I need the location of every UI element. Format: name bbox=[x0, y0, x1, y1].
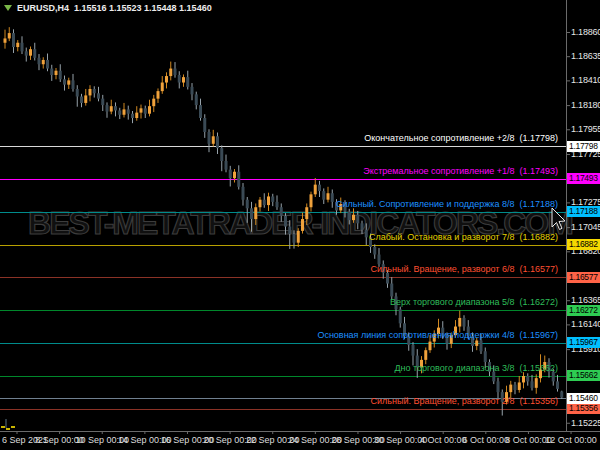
candle bbox=[352, 215, 355, 220]
candle bbox=[72, 80, 75, 89]
candle bbox=[322, 191, 325, 200]
candle bbox=[148, 106, 151, 114]
candle bbox=[93, 89, 96, 93]
chart-title-text: EURUSD,H4 1.15516 1.15523 1.15448 1.1546… bbox=[17, 3, 212, 13]
candle bbox=[429, 342, 432, 351]
candle bbox=[50, 69, 53, 75]
candle bbox=[271, 196, 274, 201]
candle bbox=[475, 341, 478, 346]
candle bbox=[552, 372, 555, 382]
price-tick-label: 1.18410 bbox=[571, 75, 600, 85]
candle bbox=[293, 234, 296, 243]
level-label-5-8: Верх торгового диапазона 5/8 (1.16272) bbox=[390, 297, 558, 307]
candle bbox=[144, 108, 147, 113]
candle bbox=[301, 219, 304, 231]
candle bbox=[29, 49, 32, 55]
candle bbox=[42, 60, 45, 64]
candle bbox=[297, 231, 300, 243]
candle bbox=[361, 223, 364, 229]
candle bbox=[33, 49, 36, 58]
candle bbox=[492, 372, 495, 382]
current-price-box: 1.15460 bbox=[567, 393, 600, 404]
candle bbox=[229, 170, 232, 179]
candle bbox=[178, 75, 181, 83]
candle bbox=[131, 114, 134, 118]
candle bbox=[152, 99, 155, 107]
candle bbox=[182, 77, 185, 82]
candle bbox=[212, 136, 215, 144]
candle bbox=[556, 381, 559, 389]
price-tick-label: 1.16140 bbox=[571, 319, 600, 329]
candle bbox=[80, 97, 83, 103]
price-box-4-8: 1.15967 bbox=[567, 337, 600, 348]
chart-status-icon bbox=[4, 5, 12, 11]
candle bbox=[509, 385, 512, 393]
candle bbox=[127, 109, 130, 113]
price-box-3-8: 1.15662 bbox=[567, 370, 600, 381]
price-box-6-8: 1.16577 bbox=[567, 272, 600, 283]
candle bbox=[89, 89, 92, 95]
candle bbox=[390, 284, 393, 297]
candle bbox=[318, 185, 321, 191]
candle bbox=[327, 193, 330, 199]
candle bbox=[399, 309, 402, 323]
candle bbox=[463, 318, 466, 327]
chart-object-marker bbox=[5, 419, 7, 428]
mouse-cursor bbox=[552, 208, 565, 230]
candle bbox=[67, 80, 70, 84]
candle bbox=[310, 194, 313, 207]
price-box-7-8: 1.16882 bbox=[567, 239, 600, 250]
level-label-8-8: Сильный. Сопротивление и поддержка 8/8 (… bbox=[336, 199, 558, 209]
candle bbox=[356, 215, 359, 224]
chart-title: EURUSD,H4 1.15516 1.15523 1.15448 1.1546… bbox=[4, 3, 212, 13]
price-box-plus-2-8: 1.17798 bbox=[567, 141, 600, 152]
candle bbox=[331, 193, 334, 202]
candle bbox=[55, 71, 58, 75]
candle bbox=[263, 200, 266, 205]
chart-object-marker-dash bbox=[1, 426, 5, 428]
candle bbox=[280, 207, 283, 216]
candle bbox=[118, 110, 121, 114]
candle bbox=[288, 227, 291, 235]
price-tick-label: 1.15225 bbox=[571, 418, 600, 428]
level-label-4-8: Основная линия сопротивления/поддержки 4… bbox=[317, 330, 558, 340]
candle bbox=[174, 69, 177, 75]
candle bbox=[169, 69, 172, 77]
mt4-chart-window: EURUSD,H4 1.15516 1.15523 1.15448 1.1546… bbox=[0, 0, 600, 450]
candle bbox=[276, 202, 279, 207]
price-tick-label: 1.18860 bbox=[571, 27, 600, 37]
candle bbox=[191, 87, 194, 95]
level-label-7-8: Слабый. Остановка и разворот 7/8 (1.1688… bbox=[369, 232, 558, 242]
candle bbox=[484, 351, 487, 362]
price-box-8-8: 1.17188 bbox=[567, 206, 600, 217]
candle bbox=[305, 207, 308, 219]
candle bbox=[233, 172, 236, 178]
candle bbox=[560, 391, 563, 397]
chart-plot-area[interactable] bbox=[0, 0, 600, 450]
candle bbox=[518, 382, 521, 390]
time-tick-label: 12 Oct 00:00 bbox=[545, 435, 597, 445]
candle bbox=[4, 38, 7, 42]
level-label-plus-2-8: Окончательное сопротивление +2/8 (1.1779… bbox=[364, 133, 558, 143]
candle bbox=[76, 89, 79, 97]
price-box-5-8: 1.16272 bbox=[567, 305, 600, 316]
price-tick-label: 1.18635 bbox=[571, 51, 600, 61]
candle bbox=[157, 91, 160, 99]
candle bbox=[135, 113, 138, 118]
candle bbox=[254, 207, 257, 219]
candle bbox=[242, 187, 245, 200]
candle bbox=[114, 106, 117, 110]
candle bbox=[237, 172, 240, 187]
candle bbox=[480, 341, 483, 352]
candle bbox=[267, 196, 270, 205]
chart-object-marker-dash bbox=[6, 428, 10, 430]
candle bbox=[25, 51, 28, 55]
candle bbox=[208, 132, 211, 144]
candle bbox=[314, 185, 317, 195]
candle bbox=[110, 106, 113, 111]
level-label-3-8: Дно торгового диапазона 3/8 (1.15662) bbox=[394, 363, 558, 373]
candle bbox=[84, 95, 87, 103]
candle bbox=[526, 376, 529, 381]
candle bbox=[165, 76, 168, 82]
level-label-plus-1-8: Экстремальное сопротивление +1/8 (1.1749… bbox=[363, 166, 558, 176]
